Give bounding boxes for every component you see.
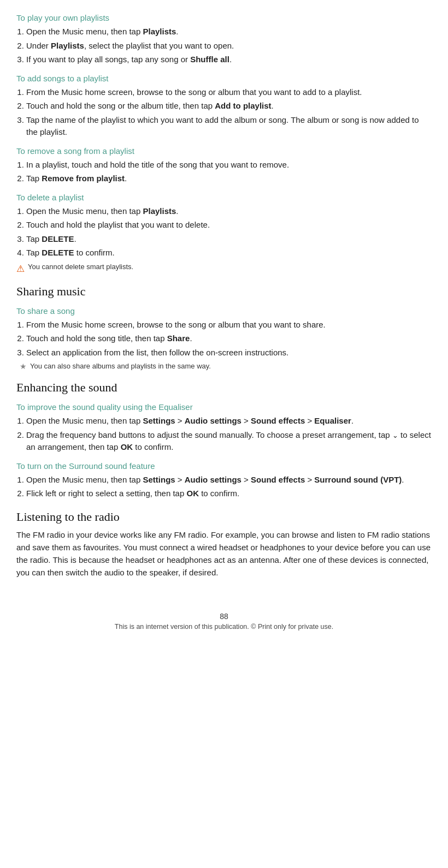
list-item: From the Music home screen, browse to th… xyxy=(26,319,432,331)
bold-share: Share xyxy=(167,334,190,343)
section-sharing-music: Sharing music To share a song From the M… xyxy=(16,284,432,371)
list-item: Tap the name of the playlist to which yo… xyxy=(26,114,432,139)
list-item: Open the Music menu, then tap Settings >… xyxy=(26,474,432,486)
steps-delete-playlist: Open the Music menu, then tap Playlists.… xyxy=(26,205,432,259)
bold-delete2: DELETE xyxy=(42,248,74,257)
bold-shuffle-all: Shuffle all xyxy=(190,55,229,64)
section-delete-playlist: To delete a playlist Open the Music menu… xyxy=(16,193,432,275)
bold-playlists: Playlists xyxy=(143,27,176,36)
bold-audio-settings2: Audio settings xyxy=(185,475,241,484)
note-text-delete: You cannot delete smart playlists. xyxy=(28,263,133,271)
subheading-share-song: To share a song xyxy=(16,306,432,316)
note-block-delete: ⚠ You cannot delete smart playlists. xyxy=(16,263,432,275)
heading-enhancing: Enhancing the sound xyxy=(16,381,432,395)
subsection-equaliser: To improve the sound quality using the E… xyxy=(16,402,432,454)
list-item: From the Music home screen, browse to th… xyxy=(26,86,432,99)
steps-surround: Open the Music menu, then tap Settings >… xyxy=(26,474,432,500)
list-item: Flick left or right to select a setting,… xyxy=(26,487,432,500)
tip-icon: ★︎ xyxy=(20,362,27,371)
heading-sharing-music: Sharing music xyxy=(16,284,432,299)
section-enhancing-sound: Enhancing the sound To improve the sound… xyxy=(16,381,432,500)
list-item: Under Playlists, select the playlist tha… xyxy=(26,40,432,52)
page-footer: 88 This is an internet version of this p… xyxy=(16,612,432,631)
steps-play-playlists: Open the Music menu, then tap Playlists.… xyxy=(26,26,432,66)
steps-share-song: From the Music home screen, browse to th… xyxy=(26,319,432,359)
list-item: If you want to play all songs, tap any s… xyxy=(26,53,432,66)
bold-settings2: Settings xyxy=(143,475,175,484)
list-item: Open the Music menu, then tap Playlists. xyxy=(26,205,432,218)
bold-surround-vpt: Surround sound (VPT) xyxy=(314,475,402,484)
warning-icon: ⚠ xyxy=(16,263,25,275)
steps-equaliser: Open the Music menu, then tap Settings >… xyxy=(26,415,432,454)
bold-sound-effects2: Sound effects xyxy=(251,475,305,484)
steps-remove-song: In a playlist, touch and hold the title … xyxy=(26,159,432,185)
list-item: Tap Remove from playlist. xyxy=(26,173,432,185)
list-item: Open the Music menu, then tap Playlists. xyxy=(26,26,432,38)
dropdown-symbol: ⌄ xyxy=(392,431,398,439)
bold-playlists2: Playlists xyxy=(51,41,84,50)
bold-ok1: OK xyxy=(121,442,133,451)
list-item: Touch and hold the song or the album tit… xyxy=(26,100,432,112)
heading-radio: Listening to the radio xyxy=(16,510,432,524)
bold-remove-from-playlist: Remove from playlist xyxy=(42,174,125,183)
section-remove-song: To remove a song from a playlist In a pl… xyxy=(16,146,432,185)
subheading-surround: To turn on the Surround sound feature xyxy=(16,461,432,471)
tip-block-share: ★︎ You can also share albums and playlis… xyxy=(20,362,432,371)
section-play-playlists: To play your own playlists Open the Musi… xyxy=(16,13,432,66)
list-item: Drag the frequency band buttons to adjus… xyxy=(26,429,432,454)
tip-text-share: You can also share albums and playlists … xyxy=(30,362,211,370)
bold-playlists3: Playlists xyxy=(143,206,176,216)
list-item: Tap DELETE to confirm. xyxy=(26,247,432,259)
subheading-add-songs: To add songs to a playlist xyxy=(16,74,432,83)
section-add-songs: To add songs to a playlist From the Musi… xyxy=(16,74,432,139)
bold-settings1: Settings xyxy=(143,416,175,425)
page-number: 88 xyxy=(16,612,432,621)
subheading-equaliser: To improve the sound quality using the E… xyxy=(16,402,432,412)
bold-sound-effects1: Sound effects xyxy=(251,416,305,425)
list-item: Tap DELETE. xyxy=(26,233,432,246)
radio-body-text: The FM radio in your device works like a… xyxy=(16,528,432,579)
bold-add-to-playlist: Add to playlist xyxy=(215,101,271,110)
list-item: Open the Music menu, then tap Settings >… xyxy=(26,415,432,427)
subheading-remove-song: To remove a song from a playlist xyxy=(16,146,432,156)
steps-add-songs: From the Music home screen, browse to th… xyxy=(26,86,432,139)
bold-audio-settings1: Audio settings xyxy=(185,416,241,425)
footer-note: This is an internet version of this publ… xyxy=(16,623,432,631)
subsection-surround: To turn on the Surround sound feature Op… xyxy=(16,461,432,500)
subheading-delete-playlist: To delete a playlist xyxy=(16,193,432,202)
list-item: Touch and hold the playlist that you wan… xyxy=(26,219,432,231)
bold-ok2: OK xyxy=(186,489,199,498)
list-item: Select an application from the list, the… xyxy=(26,347,432,359)
section-radio: Listening to the radio The FM radio in y… xyxy=(16,510,432,579)
bold-delete1: DELETE xyxy=(42,234,74,243)
list-item: Touch and hold the song title, then tap … xyxy=(26,332,432,345)
subheading-play-playlists: To play your own playlists xyxy=(16,13,432,22)
list-item: In a playlist, touch and hold the title … xyxy=(26,159,432,171)
bold-equaliser: Equaliser xyxy=(314,416,351,425)
